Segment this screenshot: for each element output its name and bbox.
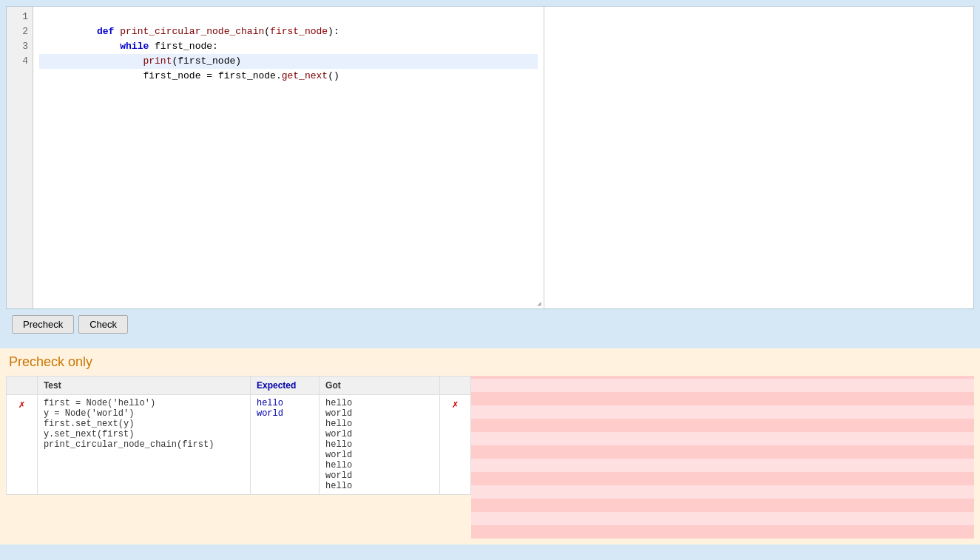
col-header-expected: Expected — [250, 377, 319, 395]
results-right-panel — [471, 376, 974, 539]
precheck-section: Precheck only Test Expected Got ✗ — [0, 348, 980, 544]
table-row: ✗ first = Node('hello') y = Node('world'… — [7, 395, 471, 495]
line-num-3: 3 — [11, 39, 28, 54]
line-numbers: 1 2 3 4 — [7, 7, 33, 308]
row-action-icon: ✗ — [440, 395, 471, 495]
editor-container: 1 2 3 4 def print_circular_node_chain(fi… — [6, 6, 974, 309]
line-num-1: 1 — [11, 10, 28, 24]
col-header-test: Test — [37, 377, 250, 395]
code-editor[interactable]: def print_circular_node_chain(first_node… — [33, 7, 544, 308]
precheck-button[interactable]: Precheck — [12, 315, 74, 334]
results-left: Test Expected Got ✗ first = Node('hello'… — [6, 376, 471, 539]
right-panel — [544, 7, 973, 308]
line-num-4: 4 — [11, 54, 28, 69]
col-header-action — [440, 377, 471, 395]
results-outer: Test Expected Got ✗ first = Node('hello'… — [6, 376, 974, 539]
keyword-def: def — [97, 26, 120, 37]
line-num-2: 2 — [11, 24, 28, 39]
col-header-got: Got — [320, 377, 440, 395]
row-test-code: first = Node('hello') y = Node('world') … — [37, 395, 250, 495]
row-got: hello world hello world hello world hell… — [320, 395, 440, 495]
builtin-print: print — [143, 55, 172, 67]
keyword-while: while — [120, 41, 155, 52]
toolbar: Precheck Check — [6, 309, 974, 340]
results-table: Test Expected Got ✗ first = Node('hello'… — [6, 376, 471, 495]
check-button[interactable]: Check — [78, 315, 128, 334]
function-name: print_circular_node_chain — [120, 26, 264, 37]
col-header-icon — [7, 377, 38, 395]
resize-handle[interactable]: ◢ — [535, 300, 544, 308]
code-line-1: def print_circular_node_chain(first_node… — [39, 10, 538, 24]
code-area: 1 2 3 4 def print_circular_node_chain(fi… — [7, 7, 973, 308]
editor-section: 1 2 3 4 def print_circular_node_chain(fi… — [0, 0, 980, 345]
row-fail-icon: ✗ — [7, 395, 38, 495]
row-expected: hello world — [250, 395, 319, 495]
precheck-title: Precheck only — [6, 354, 974, 370]
